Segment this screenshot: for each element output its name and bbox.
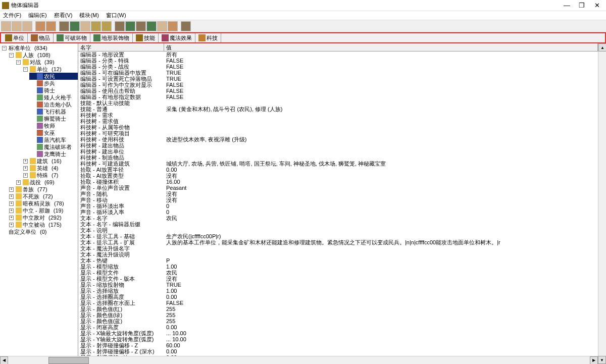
minimize-button[interactable]: — bbox=[564, 2, 570, 9]
tree-neutral-naga[interactable]: +中立 - 那迦 (19) bbox=[8, 207, 78, 214]
tree-units-group[interactable]: −单位 (12) bbox=[22, 66, 78, 73]
data-row[interactable]: 声音 - 移动没有 bbox=[78, 197, 598, 203]
scroll-down-button[interactable]: ▼ bbox=[598, 356, 606, 364]
tool-copy[interactable] bbox=[35, 21, 45, 31]
tree-human[interactable]: −人族 (108) bbox=[8, 51, 78, 59]
tree-orc[interactable]: +兽族 (77) bbox=[8, 186, 78, 193]
data-row[interactable]: 显示 - 射弹偏移 - X0.00 bbox=[78, 354, 598, 356]
tree-heroes[interactable]: +英雄 (4) bbox=[22, 165, 78, 172]
data-row[interactable]: 技能 - 普通采集 (黄金和木材), 战斗号召 (农民), 修理 (人族) bbox=[78, 106, 598, 112]
tree-unit-item[interactable]: 女巫 bbox=[29, 129, 78, 136]
data-row[interactable]: 拾取 - AI放置类型没有 bbox=[78, 173, 598, 179]
data-row[interactable]: 显示 - 射弹碰撞偏移 - Z60.00 bbox=[78, 342, 598, 348]
tab-destructibles[interactable]: 可破坏物 bbox=[54, 33, 90, 42]
tree-buildings[interactable]: +建筑 (16) bbox=[22, 158, 78, 165]
tool-save[interactable] bbox=[22, 21, 32, 31]
tab-items[interactable]: 物品 bbox=[28, 33, 54, 42]
data-row[interactable]: 文本 - 热键P bbox=[78, 257, 598, 264]
header-name[interactable]: 名字 bbox=[78, 43, 164, 51]
data-row[interactable]: 文本 - 名字农民 bbox=[78, 215, 598, 221]
data-row[interactable]: 显示 - 选择缩放1.00 bbox=[78, 288, 598, 294]
tree-unit-item[interactable]: 矮人火枪手 bbox=[29, 94, 78, 101]
tab-abilities[interactable]: 技能 bbox=[133, 33, 159, 42]
tool-new[interactable] bbox=[1, 21, 11, 31]
data-row[interactable]: 声音 - 循环淡入率0 bbox=[78, 209, 598, 215]
data-row[interactable]: 编辑器 - 可在编辑器中放置TRUE bbox=[78, 70, 598, 76]
data-row[interactable]: 显示 - 模型文件 - 版本没有 bbox=[78, 276, 598, 282]
tab-doodads[interactable]: 地形装饰物 bbox=[90, 33, 133, 42]
tree-pane[interactable]: −标准单位 (834) −人族 (108) −对战 (39) −单位 (12) bbox=[0, 43, 78, 356]
tree-undead[interactable]: +不死族 (72) bbox=[8, 193, 78, 200]
data-row[interactable]: 声音 - 单位声音设置Peasant bbox=[78, 185, 598, 191]
data-row[interactable]: 编辑器 - 有地形指定数据FALSE bbox=[78, 94, 598, 100]
menu-edit[interactable]: 编辑(E) bbox=[28, 12, 47, 19]
data-row[interactable]: 文本 - 魔法升级名字 bbox=[78, 245, 598, 251]
data-pane[interactable]: 名字 值 编辑器 - 地形设置所有编辑器 - 分类 - 特殊FALSE编辑器 -… bbox=[78, 43, 598, 356]
tree-unit-item[interactable]: 飞行机器 bbox=[29, 108, 78, 115]
data-row[interactable]: 显示 - 模型文件农民 bbox=[78, 270, 598, 276]
data-row[interactable]: 科技树 - 可建造建筑城镇大厅, 农场, 兵营, 铁匠铺, 哨塔, 国王祭坛, … bbox=[78, 161, 598, 167]
data-row[interactable]: 技能 - 默认主动技能 bbox=[78, 100, 598, 106]
tree-campaign[interactable]: +战役 (69) bbox=[15, 179, 78, 186]
tree-neutral-passive[interactable]: +中立被动 (175) bbox=[8, 221, 78, 228]
data-row[interactable]: 显示 - 选择圈在水面上FALSE bbox=[78, 300, 598, 306]
data-row[interactable]: 拾取 - 碰撞体积16.00 bbox=[78, 179, 598, 185]
tree-unit-item[interactable]: 步兵 bbox=[29, 80, 78, 87]
scroll-right-button[interactable]: ▶ bbox=[590, 356, 598, 365]
data-row[interactable]: 显示 - 颜色值(绿)255 bbox=[78, 312, 598, 318]
tab-units[interactable]: 单位 bbox=[2, 33, 28, 42]
data-row[interactable]: 编辑器 - 使用点击帮助FALSE bbox=[78, 88, 598, 94]
scroll-thumb[interactable] bbox=[48, 357, 89, 364]
menu-file[interactable]: 文件(F) bbox=[3, 12, 21, 19]
menu-module[interactable]: 模块(M) bbox=[79, 12, 99, 19]
tool-j[interactable] bbox=[157, 21, 167, 31]
data-row[interactable]: 显示 - X轴最大旋转角度(弧度)... 10.00 bbox=[78, 330, 598, 336]
data-row[interactable]: 文本 - 提示工具 - 基础生产农民(|cffffcc00P|r) bbox=[78, 233, 598, 239]
tree-unit-item[interactable]: 龙鹰骑士 bbox=[29, 150, 78, 158]
data-row[interactable]: 科技树 - 可研究项目 bbox=[78, 130, 598, 136]
tool-open[interactable] bbox=[12, 21, 22, 31]
tree-unit-item[interactable]: 骑士 bbox=[29, 87, 78, 94]
tool-h[interactable] bbox=[136, 21, 146, 31]
data-row[interactable]: 科技树 - 建出物品 bbox=[78, 142, 598, 148]
data-row[interactable]: 科技树 - 制造物品 bbox=[78, 154, 598, 161]
horizontal-scrollbar[interactable]: ◀ ▶ bbox=[0, 356, 598, 364]
data-row[interactable]: 显示 - 射弹碰撞偏移 - Z (深水)0.00 bbox=[78, 348, 598, 354]
data-row[interactable]: 显示 - 闭塞高度0.00 bbox=[78, 324, 598, 330]
tree-standard-units[interactable]: −标准单位 (834) bbox=[1, 44, 78, 51]
tree-nightelf[interactable]: +暗夜精灵族 (78) bbox=[8, 200, 78, 207]
tree-unit-item[interactable]: 蒸汽机车 bbox=[29, 136, 78, 143]
data-row[interactable]: 编辑器 - 分类 - 战役FALSE bbox=[78, 64, 598, 70]
tool-d[interactable] bbox=[91, 21, 101, 31]
tool-f[interactable] bbox=[115, 21, 125, 31]
tree-neutral-hostile[interactable]: +中立敌对 (292) bbox=[8, 214, 78, 221]
tab-buffs[interactable]: 魔法效果 bbox=[159, 33, 195, 42]
tool-c[interactable] bbox=[80, 21, 90, 31]
tree-melee[interactable]: −对战 (39) bbox=[15, 59, 78, 66]
maximize-button[interactable]: ❐ bbox=[579, 2, 585, 9]
data-row[interactable]: 科技树 - 建出单位 bbox=[78, 148, 598, 154]
tool-i[interactable] bbox=[146, 21, 157, 31]
data-row[interactable]: 编辑器 - 可作为中立敌对显示FALSE bbox=[78, 82, 598, 88]
data-row[interactable]: 显示 - 颜色值(蓝)255 bbox=[78, 318, 598, 324]
tab-upgrades[interactable]: 科技 bbox=[195, 33, 221, 42]
menu-view[interactable]: 察看(V) bbox=[54, 12, 73, 19]
data-row[interactable]: 显示 - 颜色值(红)255 bbox=[78, 306, 598, 312]
menu-window[interactable]: 窗口(W) bbox=[106, 12, 126, 19]
data-row[interactable]: 声音 - 循环淡出率0 bbox=[78, 203, 598, 209]
data-row[interactable]: 文本 - 名字 - 编辑器后缀 bbox=[78, 221, 598, 227]
data-row[interactable]: 显示 - 选择圈高度0.00 bbox=[78, 294, 598, 300]
header-value[interactable]: 值 bbox=[164, 43, 598, 51]
close-button[interactable]: ✕ bbox=[594, 2, 600, 9]
data-row[interactable]: 编辑器 - 地形设置所有 bbox=[78, 51, 598, 58]
tree-unit-item[interactable]: 魔法破坏者 bbox=[29, 143, 78, 150]
tool-paste[interactable] bbox=[46, 21, 56, 31]
tool-l[interactable] bbox=[181, 21, 191, 31]
data-row[interactable]: 编辑器 - 分类 - 特殊FALSE bbox=[78, 58, 598, 64]
data-row[interactable]: 拾取 - AI放置半径0.00 bbox=[78, 167, 598, 173]
data-row[interactable]: 文本 - 提示工具 - 扩展人族的基本工作单位，能采集金矿和木材还能建造和修理建… bbox=[78, 239, 598, 245]
data-row[interactable]: 编辑器 - 可设置死亡掉落物品TRUE bbox=[78, 76, 598, 82]
tool-e[interactable] bbox=[102, 21, 112, 31]
vertical-scrollbar[interactable]: ▲ bbox=[598, 43, 606, 356]
data-row[interactable]: 文本 - 说明 bbox=[78, 227, 598, 233]
